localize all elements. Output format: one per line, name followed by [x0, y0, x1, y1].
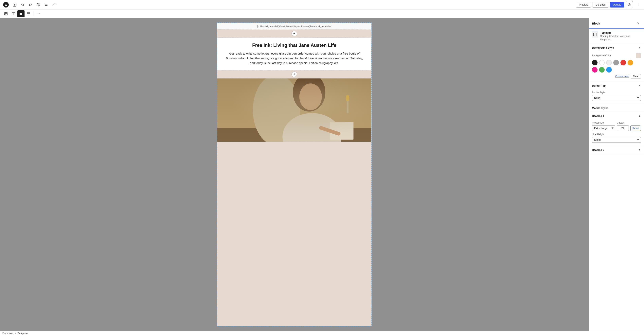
svg-rect-30 [217, 78, 371, 128]
svg-text:W: W [4, 3, 7, 6]
svg-rect-16 [6, 12, 7, 14]
heading1-body: Preset size Small Medium Large Extra Lar… [589, 120, 644, 146]
svg-point-28 [39, 13, 40, 14]
svg-rect-17 [4, 14, 6, 15]
swatch-light-gray[interactable] [606, 60, 612, 65]
more-options-button[interactable] [634, 1, 642, 8]
wp-logo: W [2, 1, 10, 8]
content-block[interactable]: Free Ink: Living that Jane Austen Life G… [217, 37, 372, 70]
swatch-white[interactable] [599, 60, 605, 65]
custom-color-button[interactable]: Custom color [615, 75, 629, 78]
bg-color-swatch[interactable] [636, 53, 641, 58]
border-top-header[interactable]: Border Top ▲ [589, 82, 644, 89]
background-style-body: Background Color Custom co [589, 51, 644, 82]
canvas-area[interactable]: [boldermail_permalink]View this email in… [0, 18, 588, 331]
breadcrumb-item-template[interactable]: Template [18, 332, 28, 335]
heading2-chevron: ▼ [638, 148, 641, 151]
align-center-button[interactable] [18, 10, 24, 17]
redo-button[interactable] [27, 1, 34, 8]
edit-button[interactable] [51, 1, 58, 8]
info-button[interactable] [35, 1, 42, 8]
color-swatches-row2 [592, 67, 641, 72]
mobile-styles-header[interactable]: Mobile Styles [589, 104, 644, 112]
swatch-pink[interactable] [592, 67, 598, 72]
breadcrumb-arrow: → [14, 332, 17, 335]
toolbar-left: W [2, 1, 58, 8]
svg-point-26 [36, 13, 37, 14]
add-block-button-2[interactable]: + [292, 71, 297, 77]
svg-point-7 [38, 4, 38, 4]
background-style-title: Background Style [592, 46, 614, 49]
background-style-header[interactable]: Background Style ▲ [589, 44, 644, 51]
heading2-title: Heading 2 [592, 148, 604, 151]
swatch-orange[interactable] [628, 60, 633, 65]
swatch-gray[interactable] [613, 60, 619, 65]
border-style-label: Border Style [592, 91, 641, 94]
preset-size-select[interactable]: Small Medium Large Extra Large [592, 125, 615, 131]
list-block-button[interactable] [10, 10, 17, 17]
border-top-title: Border Top [592, 84, 606, 87]
bg-color-row: Background Color [592, 53, 641, 58]
panel-close-button[interactable]: ✕ [635, 20, 641, 26]
color-swatches-row1 [592, 60, 641, 65]
svg-point-13 [638, 4, 638, 5]
svg-rect-38 [330, 122, 354, 140]
svg-rect-29 [217, 78, 371, 142]
template-icon [592, 31, 598, 37]
template-name: Template [600, 31, 641, 34]
list-view-button[interactable] [43, 1, 50, 8]
template-info: Template Starting block for Boldermail t… [600, 31, 641, 41]
more-block-options[interactable] [34, 10, 42, 17]
email-body: Get ready to write some letters: every g… [224, 51, 365, 65]
border-top-body: Border Style None Solid Dashed Dotted Do… [589, 89, 644, 104]
line-height-select[interactable]: None Slight Normal Large [592, 137, 641, 143]
swatch-blue[interactable] [606, 67, 612, 72]
undo-button[interactable] [19, 1, 26, 8]
custom-size-input[interactable] [617, 125, 629, 131]
template-section: Template Starting block for Boldermail t… [589, 29, 644, 44]
breadcrumb: Document → Template [0, 331, 644, 336]
clear-button[interactable]: Clear [631, 74, 641, 78]
border-style-select[interactable]: None Solid Dashed Dotted Double [592, 95, 641, 101]
heading2-header[interactable]: Heading 2 ▼ [589, 146, 644, 154]
mobile-styles-section: Mobile Styles [589, 104, 644, 112]
custom-size-group: Custom [617, 121, 629, 131]
go-back-button[interactable]: Go Back [592, 2, 608, 7]
svg-point-12 [638, 3, 638, 4]
background-style-section: Background Style ▲ Background Color [589, 44, 644, 82]
update-button[interactable]: Update [610, 2, 624, 7]
heading1-title: Heading 1 [592, 114, 604, 117]
svg-rect-20 [13, 13, 15, 15]
border-top-chevron: ▲ [638, 84, 641, 87]
svg-point-34 [293, 78, 326, 111]
svg-rect-21 [20, 13, 21, 15]
svg-rect-18 [6, 14, 7, 15]
settings-button[interactable] [626, 1, 633, 8]
heading1-section: Heading 1 ▲ Preset size Small Medium Lar… [589, 112, 644, 146]
top-toolbar: W [0, 0, 644, 9]
svg-point-35 [299, 83, 322, 110]
mobile-styles-title: Mobile Styles [592, 106, 608, 109]
split-view-button[interactable] [25, 10, 32, 17]
svg-rect-37 [347, 101, 348, 113]
heading1-header[interactable]: Heading 1 ▲ [589, 112, 644, 120]
preview-button[interactable]: Preview [576, 2, 591, 7]
svg-point-32 [253, 78, 300, 142]
add-block-button[interactable]: + [292, 31, 297, 36]
swatch-green[interactable] [599, 67, 605, 72]
svg-rect-31 [217, 128, 371, 142]
main-area: [boldermail_permalink]View this email in… [0, 18, 644, 331]
bg-color-label: Background Color [592, 54, 611, 57]
line-height-group: Line Height None Slight Normal Large [592, 133, 641, 143]
template-description: Starting block for Boldermail templates. [600, 34, 641, 41]
add-block-toolbar-button[interactable] [11, 1, 18, 8]
grid-view-button[interactable] [2, 10, 10, 17]
swatch-black[interactable] [592, 60, 598, 65]
svg-rect-22 [21, 13, 22, 15]
reset-button[interactable]: Reset [630, 125, 641, 131]
swatch-red[interactable] [620, 60, 626, 65]
heading1-size-row: Preset size Small Medium Large Extra Lar… [592, 121, 641, 131]
permalink-bar: [boldermail_permalink]View this email in… [217, 23, 372, 30]
breadcrumb-item-document[interactable]: Document [2, 332, 13, 335]
image-block [217, 78, 372, 142]
